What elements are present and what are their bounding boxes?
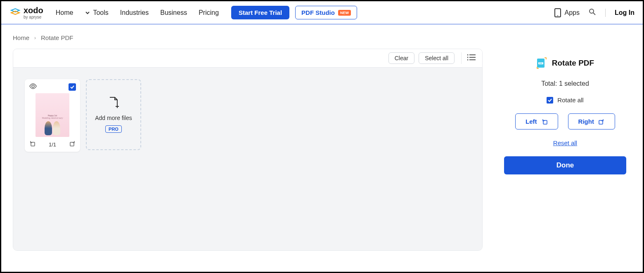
chevron-down-icon xyxy=(85,10,90,16)
divider xyxy=(605,9,606,17)
nav-home[interactable]: Home xyxy=(56,9,73,16)
svg-line-3 xyxy=(593,13,595,15)
nav-business[interactable]: Business xyxy=(160,9,187,16)
logo-icon xyxy=(9,7,21,19)
rotate-right-icon[interactable] xyxy=(69,140,76,148)
breadcrumb-home[interactable]: Home xyxy=(13,34,29,41)
svg-text:PDF: PDF xyxy=(539,62,543,64)
logo-brand: xodo xyxy=(24,6,43,14)
svg-point-10 xyxy=(32,85,34,87)
sidebar: PDF Rotate PDF Total: 1 selected Rotate … xyxy=(499,49,631,251)
reset-all-link[interactable]: Reset all xyxy=(553,139,577,146)
clear-button[interactable]: Clear xyxy=(388,52,414,64)
header: xodo by apryse Home Tools Industries Bus… xyxy=(1,1,643,24)
page-number: 1/1 xyxy=(49,141,56,148)
search-icon[interactable] xyxy=(589,8,596,17)
logo-subtitle: by apryse xyxy=(24,15,43,19)
start-free-trial-button[interactable]: Start Free Trial xyxy=(231,6,289,19)
add-more-files-button[interactable]: Add more files PRO xyxy=(86,79,141,150)
svg-point-8 xyxy=(467,57,469,58)
rotate-right-button[interactable]: Right xyxy=(568,113,615,129)
pro-badge: PRO xyxy=(105,125,122,133)
done-button[interactable]: Done xyxy=(504,156,626,174)
canvas: Happy 1st Wedding Anniversary 1/1 xyxy=(13,68,482,251)
rotate-all-checkbox[interactable]: Rotate all xyxy=(547,96,583,104)
pdf-studio-button[interactable]: PDF Studio NEW xyxy=(295,6,357,19)
svg-point-2 xyxy=(590,9,594,13)
rotate-left-icon[interactable] xyxy=(29,140,36,148)
svg-point-1 xyxy=(557,15,558,16)
rotate-cw-icon xyxy=(598,118,605,125)
pdf-rotate-icon: PDF xyxy=(536,57,547,69)
new-badge: NEW xyxy=(338,10,351,16)
checkbox-icon xyxy=(547,97,553,104)
page-thumbnail[interactable]: Happy 1st Wedding Anniversary 1/1 xyxy=(25,79,80,152)
phone-icon xyxy=(554,8,561,18)
page-preview: Happy 1st Wedding Anniversary xyxy=(36,93,69,137)
workspace: Clear Select all Happy 1st Wedding An xyxy=(13,49,483,251)
file-add-icon xyxy=(108,96,119,111)
select-all-button[interactable]: Select all xyxy=(419,52,455,64)
rotate-buttons: Left Right xyxy=(515,113,615,129)
nav-pricing[interactable]: Pricing xyxy=(199,9,219,16)
header-right: Apps Log In xyxy=(554,8,635,18)
toolbar: Clear Select all xyxy=(13,49,482,68)
login-link[interactable]: Log In xyxy=(615,9,635,16)
breadcrumb: Home › Rotate PDF xyxy=(1,24,643,49)
chevron-right-icon: › xyxy=(34,35,36,41)
nav-industries[interactable]: Industries xyxy=(120,9,149,16)
logo[interactable]: xodo by apryse xyxy=(9,6,43,19)
add-more-label: Add more files xyxy=(95,115,132,121)
apps-link[interactable]: Apps xyxy=(554,8,580,18)
rotate-left-button[interactable]: Left xyxy=(515,113,558,129)
rotate-ccw-icon xyxy=(541,118,548,125)
page-checkbox[interactable] xyxy=(69,83,76,91)
list-view-icon[interactable] xyxy=(461,52,477,64)
sidebar-title: PDF Rotate PDF xyxy=(536,57,594,69)
breadcrumb-current: Rotate PDF xyxy=(41,34,73,41)
total-selected: Total: 1 selected xyxy=(541,80,589,87)
preview-icon[interactable] xyxy=(29,83,37,91)
nav-tools[interactable]: Tools xyxy=(85,9,108,16)
svg-point-7 xyxy=(467,54,469,56)
svg-point-9 xyxy=(467,59,469,61)
nav: Home Tools Industries Business Pricing xyxy=(56,9,219,16)
main: Clear Select all Happy 1st Wedding An xyxy=(1,49,643,251)
